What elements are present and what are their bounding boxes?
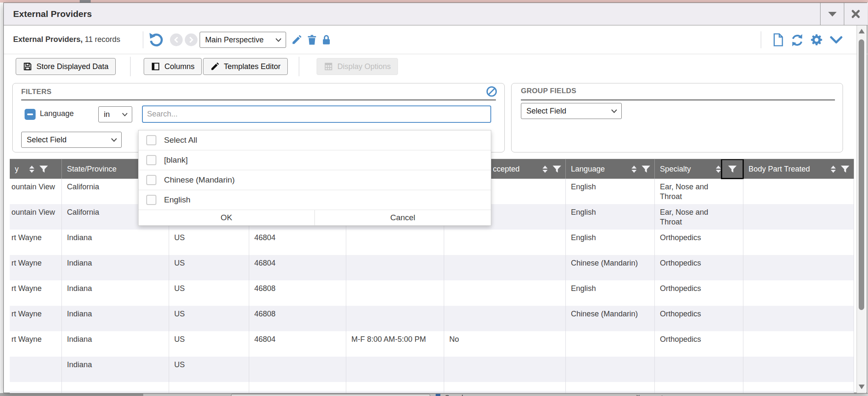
table-row[interactable]: rt WayneIndianaUS46808EnglishOrthopedics	[10, 280, 854, 306]
column-header-language: Language	[566, 159, 655, 179]
dialog-menu-button[interactable]	[820, 3, 844, 25]
trash-icon	[306, 34, 317, 45]
dropdown-option[interactable]: [blank]	[139, 150, 491, 170]
behind-home-icon: ⌂	[660, 393, 664, 396]
cell-zip: 46804	[249, 255, 346, 280]
cell-hours: M-F 8:00 AM-5:00 PM	[346, 331, 444, 357]
cell-state: Indiana	[62, 230, 169, 255]
table-row[interactable]: rt WayneIndianaUS46804M-F 8:00 AM-5:00 P…	[10, 331, 854, 357]
table-row[interactable]	[10, 391, 854, 393]
scrollbar-thumb[interactable]	[859, 39, 864, 310]
lock-perspective-button[interactable]	[321, 34, 332, 47]
sort-icon[interactable]	[632, 166, 637, 173]
perspective-select[interactable]: Main Perspective	[200, 32, 286, 48]
cell-state: Indiana	[62, 255, 169, 280]
cell-state	[62, 382, 169, 391]
filter-funnel-icon-language[interactable]	[642, 166, 650, 173]
dropdown-option-label: Select All	[164, 136, 197, 145]
scroll-down-icon[interactable]	[859, 385, 865, 389]
filter-funnel-icon-body[interactable]	[841, 166, 849, 173]
sort-icon[interactable]	[29, 166, 34, 173]
cell-state	[62, 391, 169, 393]
settings-button[interactable]	[810, 33, 823, 48]
cell-language: Chinese (Mandarin)	[566, 306, 655, 331]
ok-button[interactable]: OK	[139, 210, 315, 225]
cell-country: US	[169, 306, 249, 331]
chevron-down-icon	[829, 36, 843, 44]
cell-accepted	[444, 255, 566, 280]
edit-perspective-button[interactable]	[291, 34, 302, 47]
checkbox-unchecked[interactable]	[146, 195, 156, 205]
cell-country: US	[169, 255, 249, 280]
table-row[interactable]: rt WayneIndianaUS46804Chinese (Mandarin)…	[10, 255, 854, 280]
sort-icon[interactable]	[831, 166, 836, 173]
store-displayed-data-button[interactable]: Store Displayed Data	[16, 58, 116, 75]
group-field-select[interactable]: Select Field	[521, 103, 622, 119]
cell-body	[743, 357, 854, 382]
dialog-titlebar: External Providers	[4, 3, 868, 25]
checkbox-unchecked[interactable]	[146, 155, 156, 165]
checkbox-unchecked[interactable]	[146, 175, 156, 185]
table-row[interactable]: rt WayneIndianaUS46808Chinese (Mandarin)…	[10, 306, 854, 331]
undo-button[interactable]	[148, 31, 167, 48]
cell-language: English	[566, 230, 655, 255]
table-row[interactable]: rt WayneIndianaUS46804EnglishOrthopedics	[10, 230, 854, 255]
cell-body	[743, 255, 854, 280]
cell-city: rt Wayne	[10, 331, 62, 357]
filter-operator-select[interactable]: in	[98, 106, 132, 122]
dropdown-option-select-all[interactable]: Select All	[139, 130, 491, 150]
export-button[interactable]	[772, 33, 785, 48]
group-fields-heading: GROUP FIELDS	[521, 87, 576, 95]
cell-language: English	[566, 179, 655, 204]
dialog-title: External Providers	[13, 3, 92, 25]
sort-desc-icon	[542, 170, 548, 173]
behind-search-input[interactable]	[231, 394, 430, 396]
cell-state: Indiana	[62, 331, 169, 357]
table-row[interactable]: IndianaUS	[10, 357, 854, 382]
funnel-icon	[841, 166, 849, 173]
sort-icon[interactable]	[542, 166, 548, 173]
sort-icon[interactable]	[716, 166, 721, 173]
dialog-scrollbar[interactable]	[857, 25, 866, 393]
group-fields-panel: GROUP FIELDS Select Field	[511, 83, 843, 152]
clear-filters-button[interactable]	[486, 86, 498, 99]
cell-body	[743, 280, 854, 306]
filter-enabled-checkbox[interactable]	[25, 109, 36, 120]
history-forward-button[interactable]	[185, 33, 198, 46]
filter-search-input[interactable]	[142, 105, 491, 123]
delete-perspective-button[interactable]	[306, 34, 317, 47]
refresh-button[interactable]	[790, 33, 804, 49]
cell-country: US	[169, 331, 249, 357]
dropdown-option[interactable]: Chinese (Mandarin)	[139, 170, 491, 190]
cancel-button[interactable]: Cancel	[315, 210, 491, 225]
columns-button[interactable]: Columns	[144, 58, 202, 75]
toolbar-divider	[143, 31, 143, 48]
cell-zip	[249, 357, 346, 382]
sort-asc-icon	[716, 166, 721, 169]
scroll-up-icon[interactable]	[859, 29, 865, 33]
cell-city: rt Wayne	[10, 255, 62, 280]
checkbox-unchecked[interactable]	[146, 135, 156, 145]
table-row[interactable]	[10, 382, 854, 391]
history-back-button[interactable]	[170, 33, 183, 46]
cell-language	[566, 382, 655, 391]
cell-accepted	[444, 391, 566, 393]
add-filter-field-select[interactable]: Select Field	[21, 132, 122, 148]
filter-funnel-icon-specialty-focused[interactable]	[721, 159, 744, 179]
templates-editor-button[interactable]: Templates Editor	[203, 58, 288, 75]
filter-funnel-icon-accepted[interactable]	[553, 166, 561, 173]
cell-city	[10, 382, 62, 391]
cell-specialty: Ear, Nose and Throat	[655, 204, 743, 230]
sort-asc-icon	[632, 166, 637, 169]
undo-icon	[148, 31, 165, 48]
display-options-button-disabled: Display Options	[317, 58, 398, 75]
dropdown-buttons: OK Cancel	[139, 210, 491, 225]
dialog-close-button[interactable]	[844, 3, 867, 25]
cell-specialty: Ear, Nose and Throat	[655, 179, 743, 204]
dropdown-option[interactable]: English	[139, 190, 491, 210]
filters-rule	[21, 100, 496, 100]
grid-toolbar: External Providers, 11 records Main Pers…	[4, 25, 868, 54]
collapse-toolbar-button[interactable]	[829, 36, 843, 46]
filter-funnel-icon-city[interactable]	[39, 166, 48, 173]
cell-accepted	[444, 280, 566, 306]
